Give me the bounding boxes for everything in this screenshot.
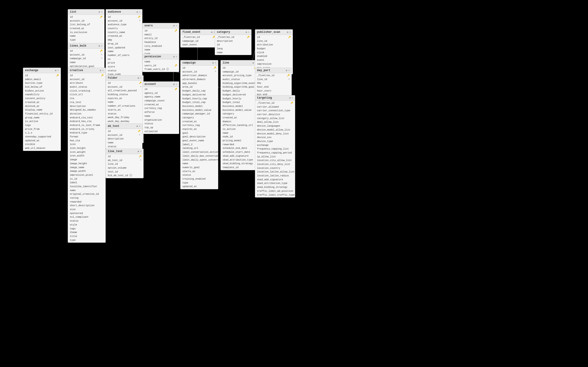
field: click_tracking bbox=[68, 89, 105, 93]
field: updated_at bbox=[181, 185, 218, 189]
field: visible bbox=[23, 142, 61, 146]
field: name bbox=[106, 100, 143, 104]
field: skad_bidding_strategy bbox=[221, 162, 258, 166]
field: bidding_algorithm_event bbox=[221, 81, 258, 85]
table-line: line ⊞ ✎ id🔑 campaign_id⚑ account_pricin… bbox=[221, 60, 258, 170]
table-account-header: account ⊞ ✎ bbox=[143, 82, 179, 87]
field: id🔑 bbox=[106, 81, 143, 85]
field: budget_daily bbox=[221, 89, 258, 93]
field: headless bbox=[143, 40, 179, 44]
field: name bbox=[143, 48, 179, 52]
field: device_osv bbox=[255, 135, 295, 140]
table-campaign: campaign ⊞ ✎ id🔑 account_id⚑ advertiser_… bbox=[180, 60, 218, 189]
field: country bbox=[106, 27, 142, 31]
field: skad_add_signature bbox=[255, 178, 295, 182]
field: created_at bbox=[68, 27, 104, 31]
table-list-header: list ⊞ ✎ bbox=[68, 9, 104, 15]
field: bidding_algorithm_goal bbox=[221, 85, 258, 89]
table-category-body: _fivetran_id🔑 description id lang name bbox=[215, 35, 251, 55]
table-users: users ⊞ ✎ id🔑 email entity_id headless c… bbox=[142, 23, 179, 56]
table-audience-header: audience ⊞ ✎ bbox=[106, 9, 142, 15]
field: area_id bbox=[181, 85, 218, 89]
table-permission-body: name users_id🔑 frame_users_id ⓘ bbox=[143, 59, 179, 72]
field: name bbox=[181, 162, 218, 166]
field: short_description bbox=[68, 204, 105, 208]
field: impression bbox=[255, 62, 293, 66]
field: s_2_s bbox=[23, 131, 61, 135]
table-users-body: id🔑 email entity_id headless city_enable… bbox=[143, 28, 179, 56]
field: frame_users_id ⓘ bbox=[143, 67, 179, 71]
field: campaign_id bbox=[181, 39, 217, 43]
field: all_creatives_paused bbox=[106, 89, 143, 93]
field: name bbox=[106, 50, 142, 53]
field: enforce bbox=[143, 110, 179, 114]
field: budget_total bbox=[221, 100, 258, 104]
field: budget_delivered bbox=[181, 93, 218, 97]
field: type bbox=[181, 181, 218, 185]
field: sponsored bbox=[68, 211, 105, 215]
field: category_allow_list bbox=[255, 117, 295, 120]
field: icon_height bbox=[68, 146, 105, 150]
field: financial_entity_id bbox=[23, 112, 61, 116]
field: effective_landing_url bbox=[221, 123, 258, 127]
field: advertiser_domain bbox=[181, 74, 218, 77]
table-lines-bulk: lines_bulk ⊞ ✎ id🔑 account_id⚑ campaign_… bbox=[68, 43, 104, 69]
field: skad_add_signature bbox=[221, 154, 258, 158]
field: endcard_type bbox=[68, 131, 105, 135]
table-day-part-header: day_part ⊞ ✎ bbox=[255, 68, 292, 73]
field: top_up bbox=[143, 126, 179, 130]
field: test_id bbox=[106, 170, 143, 174]
field: traffic_limit_ad_position bbox=[255, 189, 295, 193]
field: id🔑 bbox=[106, 155, 143, 158]
field: format bbox=[68, 135, 105, 139]
field: account_id⚑ bbox=[106, 19, 142, 23]
table-account: account ⊞ ✎ id🔑 agency_id agency_name ca… bbox=[142, 81, 179, 134]
field: created_at bbox=[221, 116, 258, 120]
field: skad_attribution_type bbox=[221, 158, 258, 162]
field: created_at bbox=[23, 100, 61, 104]
field: campaign_id⚑ bbox=[221, 70, 258, 74]
table-fixed-event: fixed_event ⊞ ✎ _fivetran_id🔑 campaign_i… bbox=[180, 29, 217, 48]
field: expires_at bbox=[106, 97, 143, 100]
field: id bbox=[215, 43, 251, 47]
table-folder-header: folder ⊞ ✎ bbox=[106, 75, 143, 81]
field: image_height bbox=[68, 162, 105, 166]
field: ip_allow_list bbox=[255, 155, 295, 159]
field: label_2 bbox=[181, 143, 218, 147]
field: name bbox=[68, 34, 104, 38]
field: id🔑 bbox=[181, 66, 218, 70]
field: id🔑 bbox=[68, 49, 104, 53]
field: pricing_model bbox=[221, 139, 258, 143]
field: duration bbox=[68, 112, 105, 116]
field: status bbox=[106, 112, 143, 116]
field: business_model bbox=[181, 104, 218, 108]
table-users-header: users ⊞ ✎ bbox=[143, 23, 179, 28]
field: rewarded bbox=[221, 143, 258, 147]
field: bidding_status bbox=[106, 93, 143, 97]
table-fixed-event-body: _fivetran_id🔑 campaign_id user_event bbox=[181, 35, 217, 47]
field: schedule_start_date bbox=[221, 150, 258, 154]
field: device_type bbox=[255, 140, 295, 143]
field: goal bbox=[181, 131, 218, 135]
table-account-body: id🔑 agency_id agency_name campaign_count… bbox=[143, 87, 179, 134]
field: device_model_deny_list bbox=[255, 132, 295, 136]
field: day bbox=[255, 81, 292, 85]
field: id🔑 bbox=[143, 87, 179, 91]
field: name bbox=[221, 131, 258, 135]
field: created_at bbox=[106, 34, 142, 38]
database-diagram: list ⊞ ✎ id🔑 account_id list_belong_of c… bbox=[0, 0, 588, 367]
field: click_url bbox=[68, 93, 105, 97]
field: size bbox=[68, 208, 105, 211]
field: domain bbox=[221, 120, 258, 124]
field: goal_description bbox=[181, 135, 218, 139]
field: campaign_id⚑ bbox=[68, 57, 104, 60]
field: id🔑 bbox=[255, 35, 293, 39]
field: account_id⚑ bbox=[106, 133, 142, 137]
field: style bbox=[68, 223, 105, 227]
field: designed_by_smadex bbox=[68, 108, 105, 112]
field: business_model bbox=[221, 104, 258, 108]
field: agency_name bbox=[143, 95, 179, 99]
field: status bbox=[106, 145, 142, 149]
field: id🔑 bbox=[23, 74, 61, 77]
table-category-header: category ⊞ ✎ bbox=[215, 30, 251, 35]
